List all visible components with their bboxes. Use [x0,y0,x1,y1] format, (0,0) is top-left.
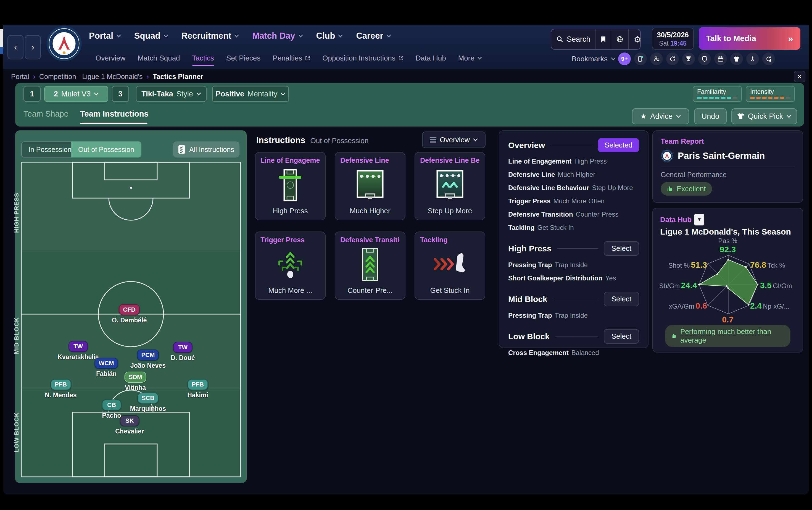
tab-team-shape[interactable]: Team Shape [24,109,68,118]
team-report-heading: Team Report [661,137,795,146]
view-selector-dropdown[interactable]: Overview [422,132,486,148]
axis-label-shot: Shot % 51.3 [653,260,707,270]
section-title: Mid Block [508,294,547,304]
style-dropdown[interactable]: Tiki-Taka Style [136,86,207,102]
menu-career[interactable]: Career [356,31,391,41]
menu-squad[interactable]: Squad [134,31,168,41]
instruction-card-trigger-press[interactable]: Trigger Press Much More ... [255,231,326,300]
player-tw[interactable]: TWD. Doué [171,342,195,362]
select-mid-block-button[interactable]: Select [604,292,639,306]
card-value: High Press [256,207,325,215]
toggle-in-possession[interactable]: In Possession [21,141,79,158]
meter-segment [780,97,785,99]
game-time: 19:45 [670,40,687,47]
instruction-card-defensive-transition[interactable]: Defensive Transition Counter-Pre... [335,231,405,300]
subnav-match-squad[interactable]: Match Squad [138,54,180,62]
competition-button[interactable] [682,53,695,65]
player-sk[interactable]: SKChevalier [115,415,144,435]
news-report-button[interactable] [634,53,647,65]
instruction-card-tackling[interactable]: Tackling Get Stuck In [414,231,485,300]
bookmark-button[interactable] [596,29,611,49]
divider [661,167,795,167]
trophy-icon [686,56,692,62]
breadcrumb-competition[interactable]: Competition - Ligue 1 McDonald's [39,73,143,81]
tab-team-instructions[interactable]: Team Instructions [80,109,149,118]
subnav-opposition-instructions[interactable]: Opposition Instructions [322,54,403,62]
tactic-slot-3-button[interactable]: 3 [112,86,129,102]
club-row[interactable]: Paris Saint-Germain [661,149,795,162]
select-low-block-button[interactable]: Select [604,329,639,344]
close-button[interactable]: × [794,71,805,82]
refresh-button[interactable] [666,53,679,65]
club-vision-button[interactable] [698,53,711,65]
subnav-penalties[interactable]: Penalties [272,54,310,62]
chevron-down-icon [477,57,482,60]
meter-segment [703,97,708,99]
all-instructions-button[interactable]: All Instructions [173,141,239,158]
intensity-segments [750,97,790,99]
subnav-data-hub[interactable]: Data Hub [416,54,446,62]
player-scb[interactable]: SCBMarquinhos [130,393,166,413]
mentality-dropdown[interactable]: Positive Mentality [212,86,289,102]
instruction-card-defensive-line[interactable]: Defensive Line Much Higher [335,152,405,220]
search-button[interactable]: Search [551,29,596,49]
menu-portal[interactable]: Portal [89,31,121,41]
section-title: Low Block [508,332,550,341]
data-hub-dropdown[interactable]: ▼ [694,214,704,225]
history-forward-button[interactable]: › [25,35,41,59]
tactic-slot-1-button[interactable]: 1 [24,86,40,102]
subnav-overview[interactable]: Overview [95,54,125,62]
subnav-more[interactable]: More [458,54,482,62]
squad-kit-button[interactable] [730,53,743,65]
undo-button[interactable]: Undo [694,108,727,124]
menu-match-day[interactable]: Match Day [252,31,303,41]
player-pfb[interactable]: PFBN. Mendes [45,379,77,399]
player-cfd[interactable]: CFDO. Dembélé [112,304,147,324]
defensive-line-icon [335,167,405,203]
mid-block-section-header: Mid Block Select [508,292,639,306]
advice-label: Advice [650,112,672,121]
advice-button[interactable]: ★ Advice [632,108,689,124]
menu-club[interactable]: Club [316,31,343,41]
main-menu: Portal Squad Recruitment Match Day Club … [89,29,391,43]
selected-badge[interactable]: Selected [598,138,639,152]
game-date-widget[interactable]: 30/5/2026 Sat 19:45 [652,28,694,50]
scouting-button[interactable] [650,53,663,65]
breadcrumb-portal[interactable]: Portal [11,73,29,81]
bookmarks-dropdown[interactable]: Bookmarks [572,55,616,63]
player-pcm[interactable]: PCMJoão Neves [130,349,166,369]
search-toolbar: Search ⚙ [551,29,641,50]
training-button[interactable] [746,53,759,65]
search-icon [556,36,563,43]
talk-to-media-button[interactable]: Talk to Media » [699,27,801,50]
player-wcm[interactable]: WCMFabián [95,358,118,378]
instruction-card-defensive-line-behaviour[interactable]: Defensive Line Behaviour Step Up More [414,152,485,220]
player-pfb[interactable]: PFBHakimi [187,379,208,399]
performance-metric-label: General Performance [661,171,795,179]
menu-recruitment[interactable]: Recruitment [181,31,239,41]
instruction-row: Defensive LineMuch Higher [508,170,639,179]
inbox-messages-button[interactable]: 9+ [618,53,631,65]
quick-pick-button[interactable]: Quick Pick [731,108,797,124]
settings-button[interactable]: ⚙ [628,29,646,49]
defensive-transition-icon [335,247,405,283]
select-high-press-button[interactable]: Select [604,241,639,256]
sync-button[interactable] [762,53,775,65]
toggle-out-of-possession[interactable]: Out of Possession [71,141,141,158]
instruction-row: Cross EngagementBalanced [508,349,639,357]
subnav-set-pieces[interactable]: Set Pieces [226,54,260,62]
rating-text: Excellent [677,185,706,193]
player-sdm[interactable]: SDMVitinha [124,372,146,392]
instruction-card-line-of-engagement[interactable]: Line of Engagement High Press [255,152,326,220]
calendar-button[interactable] [714,53,727,65]
menu-label: Portal [89,31,113,41]
player-tw[interactable]: TWKvaratskhelia [57,341,99,361]
player-role-badge: SDM [124,372,146,382]
subnav-tactics[interactable]: Tactics [192,54,214,62]
history-back-button[interactable]: ‹ [7,35,24,59]
chevron-down-icon [787,115,791,118]
style-label: Style [176,90,193,98]
tactic-slot-2-button[interactable]: 2 Mulet V3 [44,86,108,102]
club-logo-psg[interactable] [46,25,82,62]
world-button[interactable] [611,29,628,49]
